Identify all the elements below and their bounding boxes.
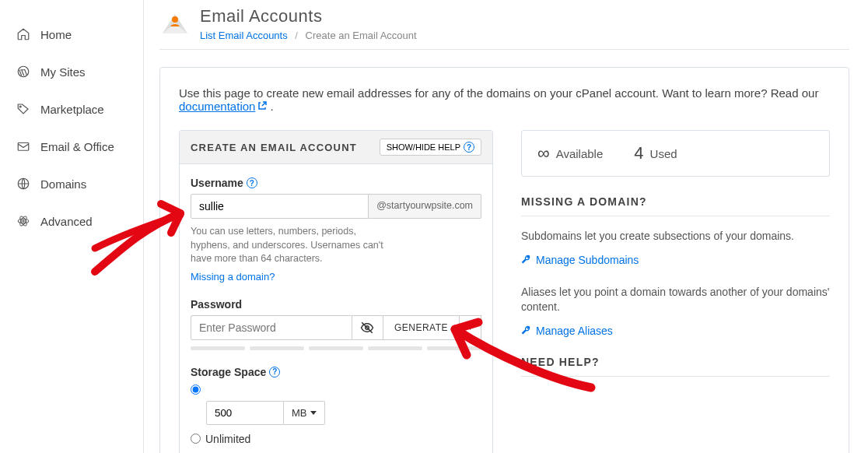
username-input[interactable] [191,194,369,219]
help-icon[interactable]: ? [247,177,257,188]
username-label: Username ? [191,177,481,189]
manage-subdomains-link[interactable]: Manage Subdomains [521,254,830,266]
sidebar-item-mysites[interactable]: My Sites [0,53,143,90]
generate-options-dropdown[interactable] [460,315,481,340]
svg-point-1 [19,106,21,107]
breadcrumb-separator: / [295,30,298,41]
generate-password-button[interactable]: GENERATE [383,315,460,340]
unlimited-label: Unlimited [205,433,250,445]
sidebar-item-label: Home [40,28,72,41]
page-title: Email Accounts [200,6,417,26]
help-icon: ? [464,142,474,153]
globe-icon [16,176,31,191]
wrench-icon [521,325,531,335]
sidebar-item-home[interactable]: Home [0,16,143,53]
breadcrumb-current: Create an Email Account [306,30,417,41]
card-title: CREATE AN EMAIL ACCOUNT [191,142,357,153]
storage-label: Storage Space ? [191,366,481,378]
storage-unlimited-radio[interactable] [191,434,201,444]
content-panel: Use this page to create new email addres… [159,67,849,453]
create-account-card: CREATE AN EMAIL ACCOUNT SHOW/HIDE HELP ?… [179,130,493,453]
breadcrumb: List Email Accounts / Create an Email Ac… [200,30,417,41]
mail-icon [16,139,31,154]
caret-down-icon [310,411,317,415]
svg-point-8 [172,16,178,23]
intro-text: Use this page to create new email addres… [179,86,830,113]
documentation-link[interactable]: documentation [179,100,255,113]
home-icon [16,26,31,42]
sidebar-item-label: Domains [40,177,86,191]
main-content: Email Accounts List Email Accounts / Cre… [144,0,868,453]
svg-point-4 [23,220,24,222]
available-stat: ∞ Available [537,143,603,163]
password-strength-meter [191,346,481,350]
sidebar-item-label: Email & Office [40,140,114,153]
sidebar-item-label: Advanced [40,215,93,228]
card-header: CREATE AN EMAIL ACCOUNT SHOW/HIDE HELP ? [180,131,492,164]
atom-icon [16,213,31,229]
alias-desc: Aliases let you point a domain towards a… [521,285,830,315]
toggle-password-visibility-button[interactable] [352,315,383,340]
help-icon[interactable]: ? [269,367,280,378]
sidebar-item-advanced[interactable]: Advanced [0,202,143,240]
storage-value-input[interactable] [206,401,284,425]
breadcrumb-link[interactable]: List Email Accounts [200,30,288,41]
username-hint: You can use letters, numbers, periods, h… [191,225,393,266]
svg-point-5 [18,219,29,223]
need-help-title: NEED HELP? [521,356,830,377]
sidebar-item-domains[interactable]: Domains [0,165,143,202]
username-domain-suffix[interactable]: @startyourwpsite.com [369,194,481,219]
password-input[interactable] [191,315,352,340]
eye-off-icon [360,321,374,335]
email-accounts-icon [159,6,191,37]
page-header: Email Accounts List Email Accounts / Cre… [159,0,849,50]
subdomain-desc: Subdomains let you create subsections of… [521,229,830,244]
sidebar-item-label: My Sites [40,65,86,79]
account-stats: ∞ Available 4 Used [521,130,830,177]
password-label: Password [191,298,481,311]
wordpress-icon [16,64,31,79]
used-stat: 4 Used [634,143,677,163]
storage-fixed-radio[interactable] [191,385,201,395]
show-hide-help-button[interactable]: SHOW/HIDE HELP ? [380,139,481,156]
sidebar-item-marketplace[interactable]: Marketplace [0,90,143,128]
manage-aliases-link[interactable]: Manage Aliases [521,325,830,337]
caret-down-icon [467,325,474,330]
wrench-icon [521,255,531,265]
external-link-icon [257,101,267,111]
infinity-icon: ∞ [537,143,550,163]
sidebar: Home My Sites Marketplace Email & Office… [0,0,144,453]
missing-domain-link[interactable]: Missing a domain? [191,271,275,283]
tag-icon [16,101,31,117]
missing-domain-title: MISSING A DOMAIN? [521,195,830,216]
sidebar-item-label: Marketplace [40,103,104,116]
sidebar-item-email[interactable]: Email & Office [0,128,143,165]
storage-unit-select[interactable]: MB [284,401,325,425]
svg-rect-2 [18,143,29,151]
